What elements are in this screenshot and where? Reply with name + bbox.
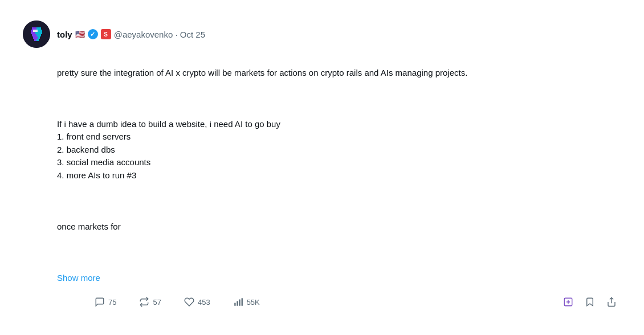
- svg-rect-10: [31, 32, 33, 34]
- tweet-card: toly 🇺🇸 ✓ S @aeyakovenko · Oct 25 pretty…: [11, 11, 633, 318]
- tweet-content: pretty sure the integration of AI x cryp…: [57, 54, 621, 312]
- svg-rect-27: [241, 298, 242, 306]
- user-info: toly 🇺🇸 ✓ S @aeyakovenko · Oct 25: [57, 29, 205, 39]
- svg-rect-18: [39, 34, 41, 36]
- svg-rect-21: [38, 36, 40, 39]
- bookmark-button[interactable]: [580, 292, 600, 312]
- tweet-paragraph-2: If i have a dumb idea to build a website…: [57, 118, 621, 182]
- avatar[interactable]: [23, 21, 50, 48]
- svg-rect-11: [33, 32, 35, 34]
- svg-rect-14: [40, 32, 42, 34]
- reply-count: 75: [108, 298, 116, 307]
- retweet-count: 57: [153, 298, 161, 307]
- separator: ·: [175, 30, 180, 39]
- svg-rect-20: [35, 36, 38, 39]
- retweet-action[interactable]: 57: [136, 293, 166, 311]
- share-button[interactable]: [602, 292, 621, 312]
- svg-rect-13: [38, 32, 40, 34]
- like-count: 453: [198, 298, 210, 307]
- tweet-date: Oct 25: [180, 30, 205, 39]
- svg-rect-1: [32, 27, 34, 30]
- tweet-text: pretty sure the integration of AI x cryp…: [57, 54, 621, 284]
- tweet-actions: 75 57: [91, 292, 621, 312]
- user-name-row: toly 🇺🇸 ✓ S @aeyakovenko · Oct 25: [57, 29, 205, 39]
- svg-rect-2: [34, 27, 36, 30]
- svg-rect-16: [34, 34, 36, 36]
- tweet-paragraph-3: once markets for: [57, 220, 621, 234]
- tweet-header: toly 🇺🇸 ✓ S @aeyakovenko · Oct 25: [23, 21, 621, 48]
- brand-badge: S: [101, 29, 111, 39]
- username[interactable]: @aeyakovenko: [114, 30, 173, 39]
- svg-rect-7: [35, 30, 38, 32]
- show-more-link[interactable]: Show more: [57, 273, 100, 283]
- svg-rect-12: [35, 32, 38, 34]
- right-actions: [559, 292, 621, 312]
- analytics-count: 55K: [247, 298, 260, 307]
- tweet-paragraph-1: pretty sure the integration of AI x cryp…: [57, 67, 621, 80]
- svg-rect-8: [38, 30, 40, 32]
- heart-icon: [184, 297, 194, 307]
- svg-rect-17: [36, 34, 39, 36]
- grok-button[interactable]: [559, 292, 578, 312]
- svg-rect-5: [31, 30, 33, 32]
- retweet-icon: [139, 297, 149, 307]
- svg-rect-26: [239, 300, 240, 306]
- like-action[interactable]: 453: [181, 293, 216, 311]
- svg-rect-22: [34, 39, 36, 41]
- analytics-icon: [233, 297, 243, 307]
- svg-rect-4: [39, 27, 41, 30]
- flag-emoji: 🇺🇸: [75, 30, 85, 39]
- analytics-action[interactable]: 55K: [230, 293, 266, 311]
- username-date: @aeyakovenko · Oct 25: [114, 30, 205, 39]
- svg-rect-6: [33, 30, 35, 32]
- svg-rect-23: [36, 39, 39, 41]
- svg-rect-9: [40, 30, 42, 32]
- svg-rect-19: [33, 36, 35, 39]
- verified-badge: ✓: [88, 29, 98, 39]
- display-name[interactable]: toly: [57, 30, 72, 39]
- reply-action[interactable]: 75: [91, 293, 122, 311]
- svg-rect-3: [36, 27, 39, 30]
- svg-rect-25: [237, 301, 238, 306]
- svg-rect-24: [234, 303, 235, 306]
- svg-rect-15: [32, 34, 34, 36]
- reply-icon: [95, 297, 105, 307]
